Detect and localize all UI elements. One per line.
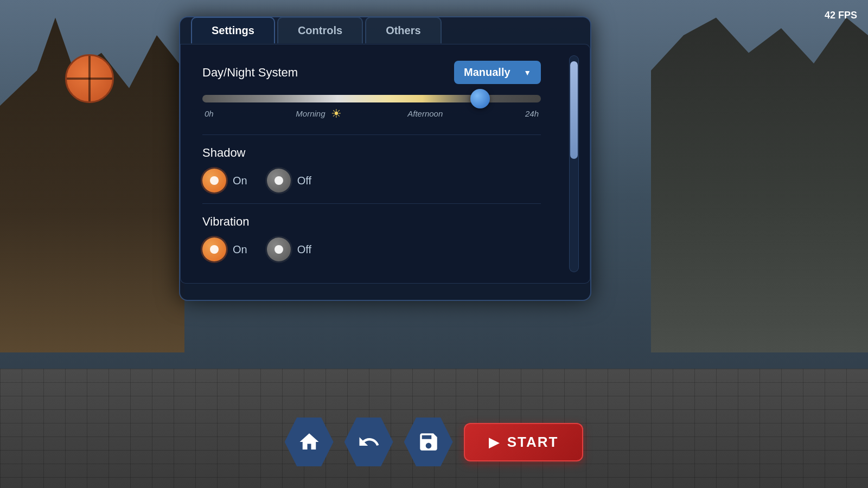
- divider-2: [202, 203, 541, 204]
- home-icon: [298, 431, 321, 453]
- save-icon: [417, 431, 440, 453]
- undo-button[interactable]: [344, 418, 393, 466]
- shadow-off-radio[interactable]: [267, 169, 291, 192]
- vibration-label: Vibration: [202, 215, 541, 229]
- start-label: START: [507, 434, 559, 451]
- fps-counter: 42 FPS: [825, 10, 857, 21]
- tab-others[interactable]: Others: [365, 17, 441, 43]
- vibration-off-label: Off: [297, 243, 311, 256]
- slider-labels: 0h Morning ☀ Afternoon 24h: [202, 109, 541, 118]
- scrollbar-track[interactable]: [569, 55, 579, 272]
- radio-inner-off: [275, 176, 283, 185]
- bottom-bar: ▶ START: [0, 418, 868, 466]
- sun-icon: ☀: [331, 107, 342, 121]
- tick-0h: 0h: [205, 109, 214, 118]
- slider-track[interactable]: [202, 95, 541, 102]
- vibration-group: Vibration On Off: [202, 215, 568, 261]
- ball-logo: [65, 54, 114, 103]
- time-slider-section: 0h Morning ☀ Afternoon 24h: [202, 95, 568, 118]
- home-button[interactable]: [285, 418, 334, 466]
- divider-1: [202, 134, 541, 135]
- tick-24h: 24h: [525, 109, 539, 118]
- chevron-down-icon: ▼: [524, 68, 531, 77]
- vibration-off-radio[interactable]: [267, 237, 291, 261]
- play-icon: ▶: [489, 434, 500, 451]
- settings-dialog: Settings Controls Others Day/Night Syste…: [179, 16, 591, 301]
- vibration-options: On Off: [202, 237, 541, 261]
- building-right: [651, 0, 868, 352]
- tab-settings[interactable]: Settings: [191, 17, 275, 43]
- tab-controls[interactable]: Controls: [277, 17, 363, 43]
- shadow-on-radio[interactable]: [202, 169, 226, 192]
- tick-morning: Morning: [296, 109, 325, 118]
- vibration-on-option[interactable]: On: [202, 237, 247, 261]
- save-button[interactable]: [404, 418, 453, 466]
- tick-afternoon: Afternoon: [407, 109, 443, 118]
- shadow-on-option[interactable]: On: [202, 169, 247, 192]
- start-button[interactable]: ▶ START: [464, 423, 584, 461]
- radio-inner: [210, 176, 219, 185]
- day-night-row: Day/Night System Manually ▼: [202, 61, 568, 84]
- shadow-label: Shadow: [202, 146, 541, 160]
- vibration-off-option[interactable]: Off: [267, 237, 311, 261]
- shadow-group: Shadow On Off: [202, 146, 568, 192]
- slider-container: [202, 95, 541, 102]
- dropdown-value: Manually: [464, 66, 510, 79]
- tabs-row: Settings Controls Others: [180, 17, 590, 43]
- vibration-radio-inner: [210, 245, 219, 254]
- slider-thumb[interactable]: [470, 89, 490, 108]
- vibration-on-label: On: [233, 243, 247, 256]
- vibration-on-radio[interactable]: [202, 237, 226, 261]
- shadow-off-option[interactable]: Off: [267, 169, 311, 192]
- shadow-options: On Off: [202, 169, 541, 192]
- scrollbar-thumb[interactable]: [570, 61, 578, 159]
- vibration-radio-inner-off: [275, 245, 283, 254]
- shadow-off-label: Off: [297, 175, 311, 187]
- dialog-body: Day/Night System Manually ▼ 0h Morning ☀…: [180, 44, 590, 284]
- undo-icon: [358, 431, 380, 453]
- shadow-on-label: On: [233, 175, 247, 187]
- day-night-label: Day/Night System: [202, 66, 298, 80]
- mode-dropdown[interactable]: Manually ▼: [454, 61, 541, 84]
